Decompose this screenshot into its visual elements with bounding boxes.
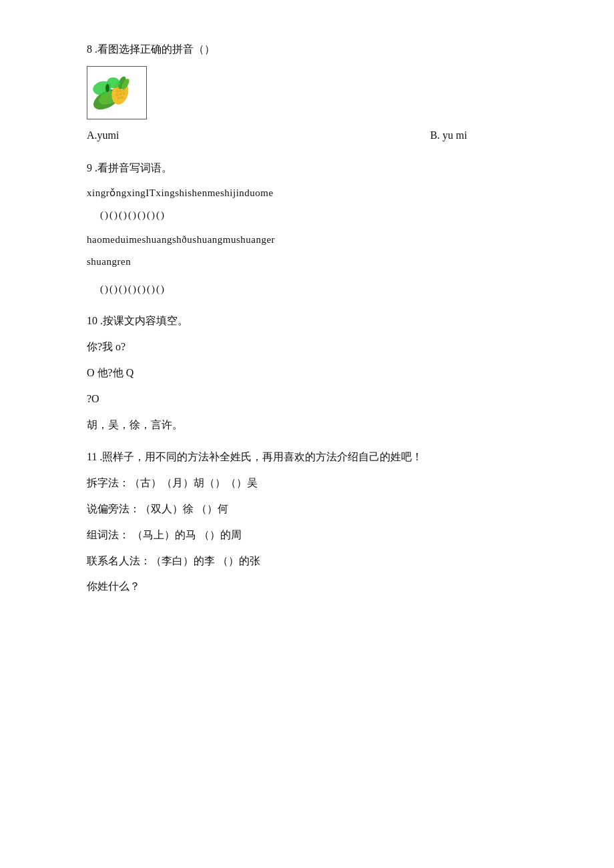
- question-9: 9 .看拼音写词语。 xingrǒngxingITxingshishenmesh…: [87, 159, 547, 299]
- svg-point-10: [122, 92, 125, 95]
- q8-options: A.yumi B. yu mi: [87, 126, 547, 145]
- q10-title: 10 .按课文内容填空。: [87, 312, 547, 331]
- q11-method4: 联系名人法：（李白）的李 （）的张: [87, 552, 547, 571]
- question-11: 11 .照样子，用不同的方法补全姓氏，再用喜欢的方法介绍自己的姓吧！ 拆字法：（…: [87, 448, 547, 596]
- q10-line1: 你?我 o?: [87, 338, 547, 357]
- question-10: 10 .按课文内容填空。 你?我 o? O 他?他 Q ?O 胡，吴，徐，言许。: [87, 312, 547, 434]
- q9-blanks2: ()()()()()()(): [87, 280, 547, 298]
- q10-line4: 胡，吴，徐，言许。: [87, 416, 547, 435]
- q9-title: 9 .看拼音写词语。: [87, 159, 547, 178]
- q9-pinyin1: xingrǒngxingITxingshishenmeshijinduome: [87, 184, 547, 202]
- q11-last: 你姓什么？: [87, 577, 547, 596]
- option-b: B. yu mi: [430, 126, 467, 145]
- corn-image: [87, 66, 147, 119]
- q9-pinyin3: shuangren: [87, 253, 547, 271]
- corn-illustration: [90, 69, 143, 116]
- svg-point-6: [119, 89, 123, 92]
- q9-blanks1: ()()()()()()(): [87, 206, 547, 224]
- option-a: A.yumi: [87, 126, 119, 145]
- q11-method1: 拆字法：（古）（月）胡（）（）吴: [87, 474, 547, 493]
- svg-point-9: [119, 93, 122, 95]
- q11-title: 11 .照样子，用不同的方法补全姓氏，再用喜欢的方法介绍自己的姓吧！: [87, 448, 547, 467]
- svg-point-17: [105, 84, 109, 92]
- q8-title: 8 .看图选择正确的拼音（）: [87, 40, 547, 59]
- q9-pinyin2: haomeduimeshuangshðushuangmushuanger: [87, 231, 547, 249]
- q10-line3: ?O: [87, 390, 547, 409]
- question-8: 8 .看图选择正确的拼音（）: [87, 40, 547, 145]
- q10-line2: O 他?他 Q: [87, 364, 547, 383]
- svg-point-12: [121, 96, 124, 99]
- q11-method3: 组词法： （马上）的马 （）的周: [87, 526, 547, 545]
- q11-method2: 说偏旁法：（双人）徐 （）何: [87, 500, 547, 519]
- svg-point-5: [116, 90, 119, 93]
- svg-point-11: [117, 97, 121, 99]
- svg-point-8: [115, 93, 119, 96]
